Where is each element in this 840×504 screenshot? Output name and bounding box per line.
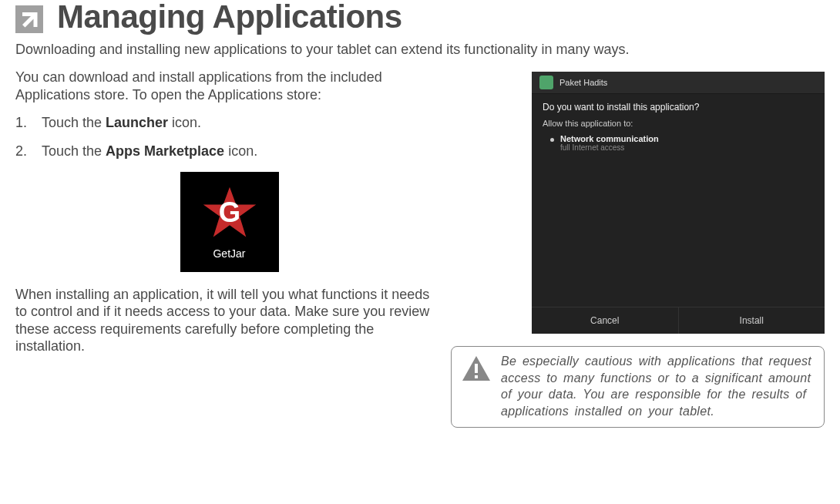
bullet-icon [550, 138, 554, 142]
getjar-icon-wrap: G GetJar [15, 172, 443, 272]
dialog-header: Paket Hadits [532, 72, 825, 94]
star-icon: G [200, 184, 259, 243]
step-1: Touch the Launcher icon. [15, 114, 443, 132]
page-title: Managing Applications [57, 0, 402, 35]
launcher-bold: Launcher [106, 115, 168, 130]
store-paragraph: You can download and install application… [15, 69, 443, 103]
svg-rect-5 [475, 375, 478, 378]
svg-text:G: G [218, 196, 240, 227]
right-column: Paket Hadits Do you want to install this… [474, 69, 825, 428]
install-dialog-screenshot: Paket Hadits Do you want to install this… [532, 72, 825, 334]
svg-rect-4 [475, 364, 478, 373]
apps-marketplace-bold: Apps Marketplace [106, 143, 224, 159]
caution-box: Be especially cautious with applications… [451, 346, 825, 428]
dialog-buttons: Cancel Install [532, 307, 825, 334]
permission-title: Network communication [560, 134, 659, 143]
page-header: Managing Applications [15, 0, 825, 35]
dialog-permission: Network communication full Internet acce… [550, 134, 814, 152]
dialog-question: Do you want to install this application? [543, 102, 814, 113]
step-2: Touch the Apps Marketplace icon. [15, 143, 443, 160]
getjar-label: GetJar [213, 247, 245, 260]
arrow-down-right-icon [15, 5, 43, 33]
install-button[interactable]: Install [679, 307, 825, 334]
app-icon [539, 76, 553, 89]
steps-list: Touch the Launcher icon. Touch the Apps … [15, 114, 443, 161]
warning-icon [461, 354, 492, 382]
dialog-body: Do you want to install this application?… [532, 94, 825, 307]
permission-subtitle: full Internet access [560, 143, 659, 152]
dialog-allow-label: Allow this application to: [543, 119, 814, 128]
dialog-app-name: Paket Hadits [559, 78, 607, 87]
caution-text: Be especially cautious with applications… [501, 353, 815, 419]
intro-text: Downloading and installing new applicati… [15, 42, 825, 58]
cancel-button[interactable]: Cancel [532, 307, 679, 334]
installing-paragraph: When installing an application, it will … [15, 286, 443, 355]
left-column: You can download and install application… [15, 69, 443, 428]
getjar-app-icon: G GetJar [180, 172, 279, 272]
